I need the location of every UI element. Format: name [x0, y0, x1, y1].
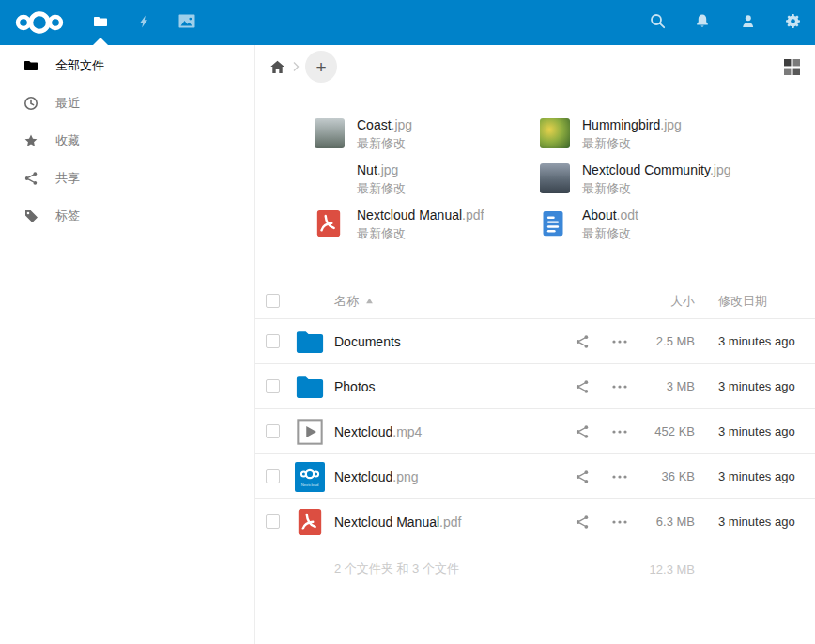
coast-thumbnail: [315, 118, 345, 148]
contacts-button[interactable]: [725, 0, 770, 45]
file-rows: Documents 2.5 MB 3 minutes ago Photos: [255, 319, 815, 544]
folder-blue-icon: [295, 372, 325, 402]
bell-icon: [695, 13, 710, 32]
star-icon: [23, 133, 38, 148]
more-actions-button[interactable]: [601, 519, 638, 525]
home-breadcrumb[interactable]: [269, 58, 286, 75]
row-checkbox[interactable]: [266, 514, 280, 529]
app-activity[interactable]: [122, 0, 165, 45]
recent-file-status: 最新修改: [582, 225, 638, 242]
sidebar-item-tags[interactable]: 标签: [0, 197, 254, 235]
recent-item-coast[interactable]: Coast.jpg 最新修改: [315, 118, 540, 152]
more-actions-button[interactable]: [601, 474, 638, 480]
sidebar-item-shares[interactable]: 共享: [0, 160, 254, 197]
column-header-modified[interactable]: 修改日期: [718, 293, 815, 310]
pdf-icon: [315, 208, 345, 238]
recent-file-name: Nextcloud Community.jpg: [582, 163, 730, 177]
ellipsis-icon: [611, 519, 628, 525]
file-name[interactable]: Documents: [334, 334, 563, 349]
breadcrumb-toolbar: +: [255, 45, 815, 88]
share-button[interactable]: [563, 514, 601, 529]
settings-button[interactable]: [770, 0, 815, 45]
file-list-header: 名称 大小 修改日期: [255, 284, 815, 319]
recent-file-status: 最新修改: [357, 135, 412, 152]
app-gallery[interactable]: [165, 0, 208, 45]
more-actions-button[interactable]: [601, 339, 638, 345]
row-checkbox[interactable]: [266, 424, 280, 438]
clock-icon: [23, 96, 38, 111]
file-name[interactable]: Nextcloud.png: [334, 469, 563, 484]
nextcloud-logo-icon: [11, 8, 68, 37]
file-row-nextcloud-manual-pdf[interactable]: Nextcloud Manual.pdf 6.3 MB 3 minutes ag…: [255, 499, 815, 544]
ellipsis-icon: [611, 384, 628, 390]
share-button[interactable]: [563, 334, 601, 349]
svg-text:Nextcloud: Nextcloud: [301, 482, 319, 486]
file-row-nextcloud-png[interactable]: Nextcloud Nextcloud.png 36 KB 3 minutes …: [255, 454, 815, 499]
recent-file-status: 最新修改: [582, 180, 730, 197]
app-files[interactable]: [79, 0, 122, 45]
folder-icon: [23, 58, 38, 73]
file-list-summary: 2 个文件夹 和 3 个文件 12.3 MB: [255, 544, 815, 593]
more-actions-button[interactable]: [601, 429, 638, 435]
search-button[interactable]: [635, 0, 680, 45]
new-file-button[interactable]: +: [305, 51, 337, 83]
grid-view-toggle[interactable]: [780, 55, 804, 79]
topbar-actions: [635, 0, 815, 45]
folder-blue-icon: [295, 327, 325, 357]
sidebar-item-recent[interactable]: 最近: [0, 84, 254, 122]
select-all-checkbox[interactable]: [266, 294, 280, 308]
file-size: 3 MB: [638, 379, 695, 393]
file-name[interactable]: Photos: [334, 379, 563, 394]
nextcloud-app: 全部文件 最近 收藏 共享 标签: [0, 0, 815, 644]
image-icon: [178, 14, 195, 31]
nextcloud-logo[interactable]: [0, 0, 79, 45]
row-checkbox[interactable]: [266, 379, 280, 393]
file-row-documents[interactable]: Documents 2.5 MB 3 minutes ago: [255, 319, 815, 364]
nut-thumbnail: [315, 163, 345, 193]
sidebar-item-favorites[interactable]: 收藏: [0, 122, 254, 160]
recent-item-nextcloud-manual[interactable]: Nextcloud Manual.pdf 最新修改: [315, 208, 540, 242]
sort-ascending-icon: [365, 297, 374, 305]
notifications-button[interactable]: [680, 0, 725, 45]
file-name[interactable]: Nextcloud Manual.pdf: [334, 514, 563, 529]
file-size: 452 KB: [638, 424, 695, 438]
row-checkbox[interactable]: [266, 334, 280, 348]
odt-icon: [540, 208, 570, 238]
ellipsis-icon: [611, 474, 628, 480]
more-actions-button[interactable]: [601, 384, 638, 390]
sidebar-item-label: 共享: [55, 170, 80, 187]
sidebar-item-all-files[interactable]: 全部文件: [0, 47, 254, 84]
recent-item-nut[interactable]: Nut.jpg 最新修改: [315, 163, 540, 197]
recent-item-nextcloud-community[interactable]: Nextcloud Community.jpg 最新修改: [540, 163, 803, 197]
file-modified: 3 minutes ago: [718, 424, 815, 438]
file-row-nextcloud-mp4[interactable]: Nextcloud.mp4 452 KB 3 minutes ago: [255, 409, 815, 454]
file-row-photos[interactable]: Photos 3 MB 3 minutes ago: [255, 364, 815, 409]
share-button[interactable]: [563, 379, 601, 394]
app-menu: [79, 0, 208, 45]
sidebar: 全部文件 最近 收藏 共享 标签: [0, 45, 255, 644]
file-modified: 3 minutes ago: [718, 334, 815, 348]
sidebar-nav: 全部文件 最近 收藏 共享 标签: [0, 47, 254, 235]
recent-file-name: Hummingbird.jpg: [582, 118, 682, 132]
row-checkbox[interactable]: [266, 469, 280, 483]
nextcloud-icon: Nextcloud: [295, 462, 325, 492]
home-icon: [269, 59, 285, 75]
chevron-right-icon: [290, 59, 301, 74]
column-header-size[interactable]: 大小: [567, 293, 695, 310]
file-name[interactable]: Nextcloud.mp4: [334, 424, 563, 439]
recent-item-hummingbird[interactable]: Hummingbird.jpg 最新修改: [540, 118, 803, 152]
file-size: 6.3 MB: [638, 514, 695, 529]
topbar-spacer: [208, 0, 635, 45]
video-icon: [295, 417, 325, 447]
share-icon: [575, 469, 590, 484]
file-modified: 3 minutes ago: [718, 514, 815, 529]
share-button[interactable]: [563, 424, 601, 439]
recent-item-about[interactable]: About.odt 最新修改: [540, 208, 803, 242]
sidebar-item-label: 最近: [55, 95, 80, 112]
sidebar-item-label: 全部文件: [55, 57, 104, 74]
share-icon: [575, 379, 590, 394]
recent-file-name: Coast.jpg: [357, 118, 412, 132]
hummingbird-thumbnail: [540, 118, 570, 148]
share-button[interactable]: [563, 469, 601, 484]
column-header-name[interactable]: 名称: [334, 293, 374, 310]
